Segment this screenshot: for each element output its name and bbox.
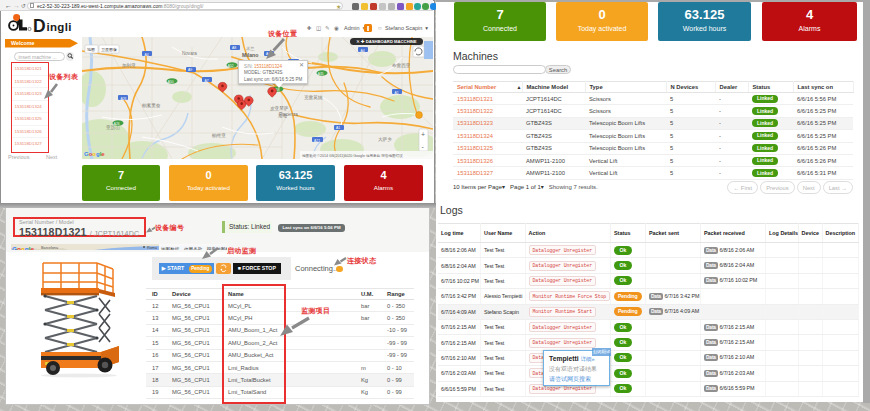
svg-text:A4: A4 bbox=[144, 53, 148, 57]
svg-text:米兰: 米兰 bbox=[246, 46, 255, 51]
svg-text:卫星图像: 卫星图像 bbox=[101, 47, 117, 52]
svg-text:A7: A7 bbox=[204, 79, 208, 83]
svg-text:A1: A1 bbox=[336, 126, 340, 130]
svg-text:A50: A50 bbox=[168, 80, 174, 84]
svg-text:Google: Google bbox=[84, 151, 105, 157]
svg-text:Barcelona: Barcelona bbox=[41, 246, 59, 250]
svg-text:大萨乡: 大萨乡 bbox=[378, 137, 392, 142]
svg-text:Milano: Milano bbox=[242, 52, 258, 58]
svg-text:A1: A1 bbox=[394, 91, 398, 95]
svg-text:Google: Google bbox=[12, 246, 34, 250]
svg-text:A21: A21 bbox=[314, 139, 320, 143]
svg-text:A35: A35 bbox=[318, 72, 324, 76]
svg-text:A26: A26 bbox=[114, 122, 120, 126]
svg-text:+: + bbox=[421, 131, 425, 138]
svg-text:Novara: Novara bbox=[182, 51, 197, 56]
svg-text:Roma: Roma bbox=[147, 246, 158, 250]
svg-text:D: D bbox=[33, 16, 46, 35]
svg-text:A8: A8 bbox=[232, 46, 236, 50]
svg-text:皮亚琴萨: 皮亚琴萨 bbox=[270, 105, 289, 111]
svg-text:A52: A52 bbox=[228, 64, 234, 68]
svg-text:A9: A9 bbox=[188, 68, 192, 72]
svg-text:A26: A26 bbox=[120, 97, 126, 101]
svg-text:地图数据 ©2014 GS(2011)6020 Google: 地图数据 ©2014 GS(2011)6020 Google 使用条款 报告地图… bbox=[301, 153, 403, 158]
svg-text:地图: 地图 bbox=[86, 47, 95, 52]
svg-text:A4: A4 bbox=[360, 49, 364, 53]
svg-text:Piacenza: Piacenza bbox=[279, 112, 298, 117]
svg-text:ingli: ingli bbox=[47, 21, 72, 33]
